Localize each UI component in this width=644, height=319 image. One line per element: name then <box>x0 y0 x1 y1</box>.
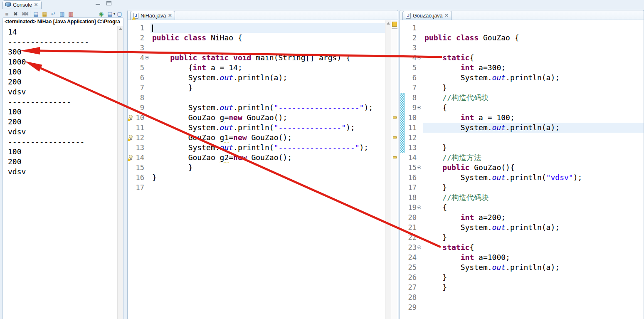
code-line-3[interactable]: 3 <box>400 43 644 53</box>
code-line-11[interactable]: 11 System.out.println(a); <box>400 123 644 133</box>
code-line-14[interactable]: 14 //构造方法 <box>400 153 644 163</box>
code-text[interactable]: GouZao g1=new GouZao(); <box>151 133 385 143</box>
code-line-13[interactable]: 13 System.out.println("-----------------… <box>128 143 385 153</box>
minimize-icon[interactable] <box>96 1 100 5</box>
fold-collapse-icon[interactable] <box>417 245 421 249</box>
code-line-6[interactable]: 6 System.out.println(a); <box>128 73 385 83</box>
code-editor-nihao[interactable]: 12public class NiHao {34 public static v… <box>128 20 398 319</box>
remove-all-terminated-icon[interactable]: ✖✖ <box>20 10 28 17</box>
code-line-24[interactable]: 24 int a=1000; <box>400 252 644 262</box>
code-line-7[interactable]: 7 } <box>128 83 385 93</box>
terminate-icon[interactable]: ■ <box>3 10 11 17</box>
code-line-4[interactable]: 4 static{ <box>400 53 644 63</box>
code-text[interactable]: GouZao g2=new GouZao(); <box>151 153 385 163</box>
overview-warning-mark[interactable] <box>393 156 397 158</box>
code-line-17[interactable]: 17 <box>128 183 385 193</box>
tab-nihao-java[interactable]: J NiHao.java ✕ <box>130 11 175 20</box>
code-line-27[interactable]: 27 } <box>400 282 644 292</box>
code-text[interactable]: System.out.println("vdsv"); <box>423 173 644 183</box>
code-line-1[interactable]: 1 <box>400 23 644 33</box>
show-stderr-icon[interactable]: ▥ <box>67 10 75 17</box>
code-line-10[interactable]: 10 GouZao g=new GouZao(); <box>128 113 385 123</box>
pin-console-icon[interactable]: ◉ <box>97 10 105 17</box>
code-text[interactable]: System.out.println(a); <box>423 73 644 83</box>
code-text[interactable]: System.out.println(a); <box>151 73 385 83</box>
console-scrollbar[interactable] <box>117 26 123 319</box>
code-line-10[interactable]: 10 int a = 100; <box>400 113 644 123</box>
code-line-15[interactable]: 15 } <box>128 163 385 173</box>
code-line-12[interactable]: 12 GouZao g1=new GouZao(); <box>128 133 385 143</box>
code-line-16[interactable]: 16 System.out.println("vdsv"); <box>400 173 644 183</box>
tab-gouzao-java[interactable]: J GouZao.java ✕ <box>402 11 452 20</box>
console-output[interactable]: 14------------------3001000100200vdsv---… <box>3 26 117 319</box>
overview-warning-mark[interactable] <box>393 136 397 138</box>
code-text[interactable] <box>151 183 385 193</box>
code-text[interactable]: System.out.println("--------------"); <box>151 123 385 133</box>
code-line-4[interactable]: 4 public static void main(String[] args)… <box>128 53 385 63</box>
code-line-22[interactable]: 22 } <box>400 232 644 242</box>
fold-collapse-icon[interactable] <box>417 205 421 209</box>
remove-launch-icon[interactable]: ✖ <box>12 10 20 17</box>
fold-collapse-icon[interactable] <box>417 56 421 59</box>
code-text[interactable]: public class GouZao { <box>423 33 644 43</box>
code-text[interactable] <box>151 23 385 33</box>
code-text[interactable]: //构造代码块 <box>423 193 644 203</box>
word-wrap-icon[interactable]: ↵ <box>49 10 57 17</box>
code-line-8[interactable]: 8 //构造代码块 <box>400 93 644 103</box>
code-text[interactable]: static{ <box>423 53 644 63</box>
code-line-26[interactable]: 26 } <box>400 272 644 282</box>
code-text[interactable]: //构造方法 <box>423 153 644 163</box>
code-text[interactable]: } <box>423 83 644 93</box>
fold-collapse-icon[interactable] <box>145 56 149 59</box>
maximize-icon[interactable] <box>106 1 111 5</box>
code-line-2[interactable]: 2public class NiHao { <box>128 33 385 43</box>
code-editor-gouzao[interactable]: 12public class GouZao {34 static{5 int a… <box>400 20 644 319</box>
code-line-6[interactable]: 6 System.out.println(a); <box>400 73 644 83</box>
code-line-23[interactable]: 23 static{ <box>400 242 644 252</box>
code-line-13[interactable]: 13 } <box>400 143 644 153</box>
code-line-3[interactable]: 3 <box>128 43 385 53</box>
code-line-1[interactable]: 1 <box>128 23 385 33</box>
code-text[interactable]: System.out.println(a); <box>423 123 644 133</box>
code-line-12[interactable]: 12 <box>400 133 644 143</box>
code-text[interactable]: System.out.println(a); <box>423 223 644 232</box>
code-text[interactable]: } <box>151 83 385 93</box>
overview-warning-mark[interactable] <box>393 116 397 119</box>
code-line-28[interactable]: 28 <box>400 292 644 302</box>
display-selected-console-icon[interactable]: ▤ <box>106 10 114 17</box>
code-text[interactable]: int a=1000; <box>423 252 644 262</box>
close-icon[interactable]: ✕ <box>168 13 172 18</box>
fold-collapse-icon[interactable] <box>417 106 421 109</box>
code-text[interactable] <box>423 302 644 312</box>
clear-console-icon[interactable]: ▤ <box>32 10 40 17</box>
code-text[interactable] <box>423 292 644 302</box>
code-text[interactable]: GouZao g=new GouZao(); <box>151 113 385 123</box>
open-console-icon[interactable]: ▢ <box>116 10 123 17</box>
tab-console[interactable]: Console ✕ <box>2 0 42 9</box>
warning-quickfix-icon[interactable] <box>128 115 133 121</box>
code-text[interactable]: {int a = 14; <box>151 63 385 73</box>
code-line-18[interactable]: 18 //构造代码块 <box>400 193 644 203</box>
code-text[interactable]: } <box>423 183 644 193</box>
overview-ruler[interactable] <box>391 20 398 319</box>
fold-collapse-icon[interactable] <box>417 166 421 169</box>
code-text[interactable]: //构造代码块 <box>423 93 644 103</box>
code-text[interactable]: } <box>423 282 644 292</box>
code-text[interactable]: int a = 100; <box>423 113 644 123</box>
code-text[interactable]: int a=200; <box>423 213 644 223</box>
scroll-lock-icon[interactable]: ▦ <box>41 10 49 17</box>
show-stdout-icon[interactable]: ▥ <box>58 10 66 17</box>
code-text[interactable]: } <box>423 232 644 242</box>
code-text[interactable]: { <box>423 203 644 213</box>
code-text[interactable] <box>423 23 644 33</box>
close-icon[interactable]: ✕ <box>34 2 38 7</box>
code-text[interactable] <box>423 43 644 53</box>
code-text[interactable] <box>151 93 385 103</box>
code-line-11[interactable]: 11 System.out.println("--------------"); <box>128 123 385 133</box>
overview-warning-icon[interactable] <box>392 22 397 27</box>
code-line-29[interactable]: 29 <box>400 302 644 312</box>
scroll-up-icon[interactable] <box>119 27 122 30</box>
code-text[interactable]: } <box>151 173 385 183</box>
close-icon[interactable]: ✕ <box>445 13 449 18</box>
code-line-5[interactable]: 5 {int a = 14; <box>128 63 385 73</box>
